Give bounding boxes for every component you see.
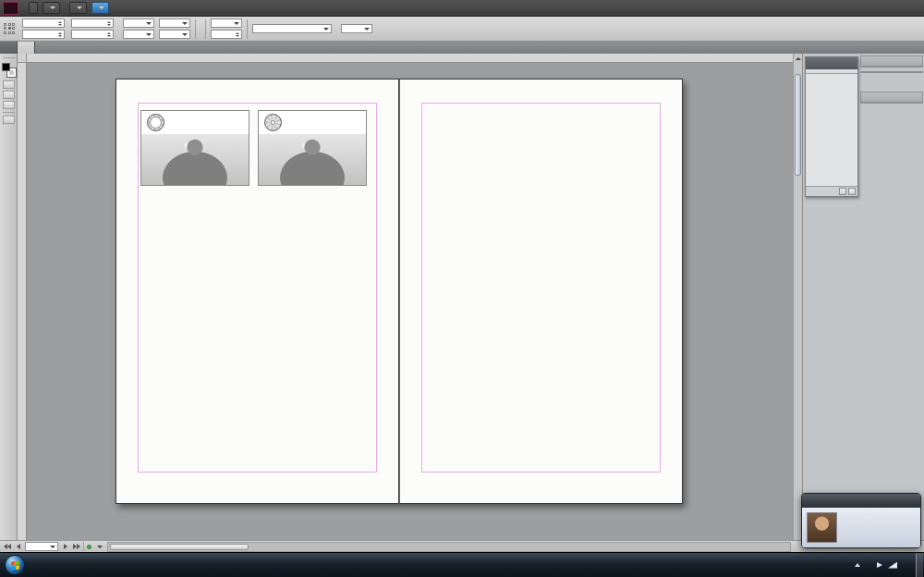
system-tray [855, 553, 924, 577]
vertical-ruler[interactable] [18, 63, 27, 540]
photo-child-deep-dof [259, 134, 366, 185]
photo-child-shallow-dof [141, 134, 249, 185]
width-field[interactable] [71, 18, 114, 28]
previous-page-button[interactable] [14, 543, 22, 551]
application-bar [29, 2, 109, 14]
book-page-34[interactable] [116, 79, 399, 504]
new-page-button[interactable] [839, 188, 846, 195]
indesign-logo-icon [3, 2, 18, 15]
scrollbar-thumb[interactable] [110, 544, 249, 550]
frame-type-dropdown[interactable] [252, 24, 332, 33]
contact-avatar [807, 512, 837, 543]
contact-online-notification[interactable] [801, 493, 921, 548]
windows-logo-icon [11, 560, 19, 570]
panel-dock [802, 54, 924, 540]
y-position-field[interactable] [22, 30, 65, 39]
book-page-35[interactable] [399, 79, 683, 504]
pages-panel-footer [806, 186, 857, 196]
shear-angle-field[interactable] [159, 30, 190, 39]
horizontal-ruler[interactable] [27, 54, 793, 63]
cs-live-button[interactable] [91, 2, 109, 14]
menu-bar [0, 0, 924, 17]
scale-x-field[interactable] [123, 18, 154, 28]
fill-stroke-swatches[interactable] [2, 63, 16, 77]
workspace-switcher[interactable] [69, 2, 87, 14]
collapsed-dock [860, 55, 923, 107]
start-button[interactable] [5, 555, 25, 575]
network-icon[interactable] [888, 562, 897, 569]
screen-mode-button[interactable] [3, 116, 15, 124]
tools-panel [0, 54, 18, 540]
last-page-button[interactable] [72, 543, 80, 551]
status-bar [0, 540, 924, 552]
control-panel [0, 17, 924, 42]
figure-b [258, 110, 367, 189]
bridge-button[interactable] [29, 2, 38, 14]
next-page-button[interactable] [61, 543, 69, 551]
apply-color-button[interactable] [3, 80, 15, 89]
delete-page-button[interactable] [848, 188, 856, 195]
volume-icon[interactable] [877, 562, 882, 568]
pasteboard[interactable] [27, 63, 793, 540]
x-position-field[interactable] [22, 18, 65, 28]
horizontal-scrollbar[interactable] [107, 542, 791, 552]
page-thumbnails [806, 74, 857, 159]
apply-gradient-button[interactable] [3, 91, 15, 99]
figure-row [140, 110, 374, 189]
figure-a [140, 110, 249, 189]
indesign-window [0, 0, 924, 577]
document-tab-active[interactable] [18, 42, 35, 54]
aperture-diagram-f14-icon [147, 114, 164, 131]
height-field[interactable] [71, 30, 114, 39]
corner-radius-field[interactable] [211, 30, 242, 39]
document-tab-bar [0, 42, 924, 54]
fill-swatch[interactable] [2, 63, 10, 71]
reference-point-proxy[interactable] [4, 23, 16, 35]
ruler-origin-corner[interactable] [18, 54, 27, 63]
vertical-scrollbar[interactable] [793, 54, 802, 540]
scale-y-field[interactable] [123, 30, 154, 39]
expand-styles-dock-chevrons-icon[interactable] [860, 92, 923, 102]
first-page-button[interactable] [3, 543, 11, 551]
page-number-field[interactable] [25, 542, 58, 551]
pages-panel [805, 56, 858, 197]
zoom-level-select[interactable] [43, 2, 60, 14]
stroke-weight-field[interactable] [211, 18, 242, 28]
preflight-status-icon [87, 545, 91, 549]
show-hidden-icons-button[interactable] [855, 563, 860, 567]
dock-group-top [860, 66, 923, 68]
aperture-diagram-f11-icon [264, 114, 282, 131]
show-desktop-button[interactable] [916, 553, 923, 577]
opacity-field[interactable] [341, 24, 372, 33]
windows-taskbar [0, 552, 924, 577]
styles-dock-group [860, 102, 923, 104]
rotation-angle-field[interactable] [159, 18, 190, 28]
dock-group-bottom [860, 71, 923, 73]
expand-dock-chevrons-icon[interactable] [860, 55, 923, 66]
page-spread[interactable] [116, 79, 683, 504]
document-tab-inactive[interactable] [0, 42, 18, 54]
pages-panel-tabs [806, 57, 857, 69]
apply-none-button[interactable] [3, 101, 15, 109]
scrollbar-thumb[interactable] [795, 74, 801, 176]
